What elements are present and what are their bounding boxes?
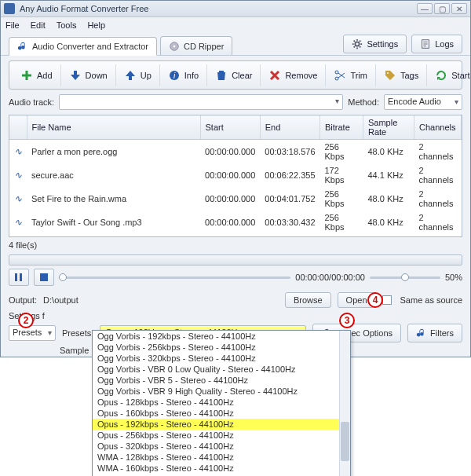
cell-channels: 2 channels (414, 140, 462, 164)
cell-name: Taylor Swift - Our Song .mp3 (27, 211, 200, 234)
dropdown-option[interactable]: Ogg Vorbis - 256kbps - Stereo - 44100Hz (93, 342, 350, 353)
titlebar: Any Audio Format Converter Free — ▢ ✕ (1, 1, 470, 17)
preset-dropdown[interactable]: Ogg Vorbis - 192kbps - Stereo - 44100HzO… (92, 330, 351, 476)
info-button[interactable]: iInfo (160, 64, 207, 86)
output-label: Output: (9, 295, 37, 305)
dropdown-option[interactable]: Ogg Vorbis - VBR 0 Low Quality - Stereo … (93, 364, 350, 375)
col-channels[interactable]: Channels (414, 115, 462, 140)
stop-button[interactable] (34, 269, 54, 286)
cell-sample: 48.0 KHz (363, 187, 414, 211)
maximize-button[interactable]: ▢ (434, 3, 450, 14)
dropdown-option[interactable]: Opus - 256kbps - Stereo - 44100Hz (93, 430, 350, 441)
plus-icon (20, 69, 33, 82)
dropdown-option[interactable]: Opus - 160kbps - Stereo - 44100Hz (93, 408, 350, 419)
browse-button[interactable]: Browse (285, 292, 331, 308)
dropdown-option[interactable]: Ogg Vorbis - VBR 5 - Stereo - 44100Hz (93, 375, 350, 386)
cell-sample: 48.0 KHz (363, 140, 414, 164)
svg-rect-10 (20, 273, 22, 281)
tab-converter[interactable]: Audio Converter and Extractor (9, 37, 157, 56)
method-combo[interactable]: Encode Audio (384, 94, 462, 110)
gear-icon (352, 38, 363, 49)
wave-icon: ∿ (9, 140, 27, 164)
down-button[interactable]: Down (61, 64, 116, 86)
cell-bitrate: 172 Kbps (320, 163, 363, 187)
dropdown-scrollbar[interactable] (339, 331, 350, 476)
presets-label: Presets: (62, 328, 93, 338)
up-button[interactable]: Up (116, 64, 160, 86)
file-table: File Name Start End Bitrate Sample Rate … (9, 115, 462, 237)
note-icon (416, 328, 427, 339)
cell-bitrate: 256 Kbps (320, 187, 363, 211)
menu-edit[interactable]: Edit (31, 20, 46, 30)
filters-button[interactable]: Filters (407, 324, 462, 342)
start-button[interactable]: Start (427, 64, 471, 86)
menu-tools[interactable]: Tools (57, 20, 77, 30)
dropdown-option[interactable]: WMA - 160kbps - Stereo - 44100Hz (93, 463, 350, 474)
tag-icon (384, 69, 396, 82)
audio-track-combo[interactable] (59, 94, 343, 110)
cell-start: 00:00:00.000 (200, 211, 260, 234)
trash-icon (215, 69, 228, 82)
col-bitrate[interactable]: Bitrate (320, 115, 363, 140)
tags-button[interactable]: Tags (376, 64, 427, 86)
trim-button[interactable]: Trim (326, 64, 376, 86)
same-as-source-checkbox[interactable] (382, 295, 392, 305)
progress-scrollbar[interactable] (9, 254, 462, 265)
settings-row: Settings f (9, 311, 462, 320)
dropdown-option[interactable]: Ogg Vorbis - VBR 9 High Quality - Stereo… (93, 386, 350, 397)
cell-end: 00:03:30.432 (260, 211, 319, 234)
playback-row: 00:00:00/00:00:00 50% (9, 269, 462, 286)
wave-icon: ∿ (9, 211, 27, 234)
output-path: D:\output (43, 295, 279, 305)
dropdown-option[interactable]: Ogg Vorbis - 192kbps - Stereo - 44100Hz (93, 331, 350, 342)
dropdown-option[interactable]: Opus - 192kbps - Stereo - 44100Hz (93, 419, 350, 430)
pause-icon (14, 273, 24, 282)
col-start[interactable]: Start (200, 115, 260, 140)
remove-button[interactable]: Remove (261, 64, 326, 86)
clear-button[interactable]: Clear (207, 64, 261, 86)
col-filename[interactable]: File Name (27, 115, 200, 140)
close-button[interactable]: ✕ (451, 3, 467, 14)
svg-point-2 (356, 42, 360, 46)
tabbar: Audio Converter and Extractor CD Ripper … (1, 33, 470, 56)
down-icon (69, 69, 82, 82)
table-row[interactable]: ∿ secure.aac 00:00:00.000 00:06:22.355 1… (9, 163, 462, 187)
preset-type-combo[interactable]: Presets (9, 325, 56, 341)
dropdown-option[interactable]: Ogg Vorbis - 320kbps - Stereo - 44100Hz (93, 353, 350, 364)
tab-cdripper[interactable]: CD Ripper (160, 36, 232, 55)
window-title: Any Audio Format Converter Free (20, 4, 417, 13)
refresh-icon (435, 69, 447, 82)
wave-icon: ∿ (9, 163, 27, 187)
time-display: 00:00:00/00:00:00 (295, 273, 365, 282)
logs-button[interactable]: Logs (411, 35, 462, 53)
cell-end: 00:06:22.355 (260, 163, 319, 187)
minimize-button[interactable]: — (417, 3, 433, 14)
table-row[interactable]: ∿ Taylor Swift - Our Song .mp3 00:00:00.… (9, 211, 462, 234)
cell-channels: 2 channels (414, 163, 462, 187)
settings-button[interactable]: Settings (343, 35, 407, 53)
annotation-3: 3 (339, 313, 355, 328)
dropdown-option[interactable]: Opus - 128kbps - Stereo - 44100Hz (93, 397, 350, 408)
col-sample[interactable]: Sample Rate (363, 115, 414, 140)
svg-point-7 (335, 71, 338, 74)
table-row[interactable]: ∿ Set Fire to the Rain.wma 00:00:00.000 … (9, 187, 462, 211)
menu-help[interactable]: Help (87, 20, 105, 30)
cell-start: 00:00:00.000 (200, 187, 260, 211)
wave-icon: ∿ (9, 187, 27, 211)
dropdown-option[interactable]: Opus - 320kbps - Stereo - 44100Hz (93, 441, 350, 452)
seek-slider[interactable] (59, 272, 290, 283)
menu-file[interactable]: File (5, 20, 20, 30)
volume-slider[interactable] (370, 272, 440, 283)
cell-sample: 44.1 KHz (363, 163, 414, 187)
cell-bitrate: 256 Kbps (320, 140, 363, 164)
toolbar: Add Down Up iInfo Clear Remove Trim Tags… (9, 60, 462, 90)
x-icon (268, 69, 281, 82)
audio-track-row: Audio track: Method: Encode Audio (9, 94, 462, 110)
pause-button[interactable] (9, 269, 29, 286)
dropdown-option[interactable]: WMA - 128kbps - Stereo - 44100Hz (93, 452, 350, 463)
add-button[interactable]: Add (13, 64, 61, 86)
cell-start: 00:00:00.000 (200, 140, 260, 164)
col-end[interactable]: End (260, 115, 319, 140)
table-row[interactable]: ∿ Parler a mon pere.ogg 00:00:00.000 00:… (9, 140, 462, 164)
cell-start: 00:00:00.000 (200, 163, 260, 187)
